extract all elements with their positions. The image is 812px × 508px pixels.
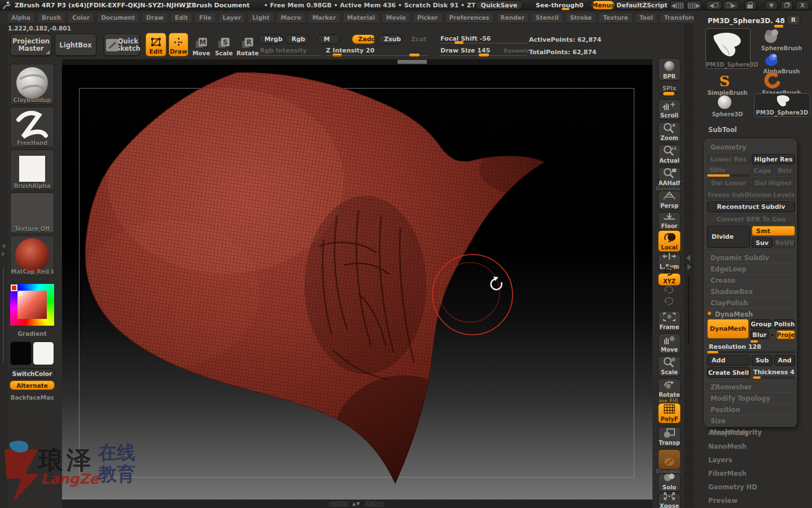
menu-movie[interactable]: Movie bbox=[382, 12, 411, 23]
scrollbar-thumb[interactable] bbox=[398, 60, 427, 64]
size-header[interactable]: Size bbox=[707, 415, 795, 425]
geometry-header[interactable]: Geometry bbox=[710, 143, 747, 151]
palette-arraymesh[interactable]: ArrayMesh bbox=[708, 429, 747, 437]
aahalf-button[interactable]: AAHalf bbox=[658, 167, 681, 187]
polyf-button[interactable]: PolyF bbox=[658, 403, 681, 423]
frame-button[interactable]: Frame bbox=[658, 311, 681, 331]
alternate-button[interactable]: Alternate bbox=[10, 380, 55, 390]
gradient-label[interactable]: Gradient bbox=[10, 329, 55, 338]
menu-stencil[interactable]: Stencil bbox=[531, 12, 563, 23]
quicksave-button[interactable]: QuickSave bbox=[475, 1, 523, 10]
mrgb-button[interactable]: Mrgb bbox=[258, 34, 283, 44]
lock-icon[interactable] bbox=[744, 1, 757, 10]
tray-slide-left-icon[interactable]: ◀|||| bbox=[670, 1, 685, 10]
scale-button[interactable]: Scale bbox=[658, 356, 681, 376]
menu-material[interactable]: Material bbox=[343, 12, 379, 23]
z-intensity-label[interactable]: Z Intensity 20 bbox=[326, 47, 374, 54]
local-button[interactable]: Local bbox=[658, 230, 681, 252]
see-through-slider[interactable] bbox=[562, 8, 570, 10]
sculpt-mesh[interactable] bbox=[62, 65, 652, 500]
sphere-brush-label[interactable]: SphereBrush bbox=[753, 45, 810, 51]
sub-button[interactable]: Sub bbox=[752, 355, 773, 366]
m-button[interactable]: M bbox=[317, 34, 340, 44]
minimize-icon[interactable]: ▼ bbox=[765, 1, 778, 10]
thickness-slider[interactable] bbox=[753, 376, 761, 379]
tray-slide-right-icon[interactable]: ||||▶ bbox=[686, 1, 701, 10]
menu-edit[interactable]: Edit bbox=[170, 12, 192, 23]
zremesher-header[interactable]: ZRemesher bbox=[707, 381, 795, 391]
group-button[interactable]: Group bbox=[751, 319, 772, 329]
viewport-canvas[interactable] bbox=[62, 65, 652, 500]
current-stroke-slot[interactable]: FreeHand bbox=[10, 107, 54, 147]
left-edge-slider[interactable] bbox=[3, 267, 4, 363]
palette-layers[interactable]: Layers bbox=[708, 456, 732, 464]
rstr-button[interactable]: Rstr bbox=[775, 165, 795, 176]
main-color-swatch[interactable] bbox=[10, 341, 32, 365]
menu-brush[interactable]: Brush bbox=[37, 12, 65, 23]
see-through-label[interactable]: See-through bbox=[536, 2, 579, 9]
menu-alpha[interactable]: Alpha bbox=[7, 12, 35, 23]
right-tray-divider[interactable] bbox=[684, 24, 694, 508]
move-button[interactable]: M Move bbox=[192, 34, 210, 56]
shadowbox-header[interactable]: ShadowBox bbox=[707, 286, 795, 296]
spix-slider[interactable] bbox=[663, 92, 674, 95]
menu-draw[interactable]: Draw bbox=[142, 12, 168, 23]
modify-topology-header[interactable]: Modify Topology bbox=[707, 392, 795, 402]
spix-button[interactable]: SPix bbox=[658, 85, 681, 96]
transp-button[interactable]: Transp bbox=[658, 427, 681, 447]
blur-slider[interactable] bbox=[751, 340, 758, 343]
canvas-top-scrollbar[interactable] bbox=[62, 59, 652, 65]
menu-file[interactable]: File bbox=[195, 12, 216, 23]
dynamic-label[interactable]: Dynamic bbox=[504, 47, 529, 54]
zsub-button[interactable]: Zsub bbox=[378, 34, 401, 44]
palette-preview[interactable]: Preview bbox=[708, 497, 738, 505]
sphere3d-icon[interactable] bbox=[716, 94, 733, 110]
smt-button[interactable]: Smt bbox=[752, 226, 795, 236]
z-intensity-slider[interactable] bbox=[409, 54, 420, 56]
claypolish-header[interactable]: ClayPolish bbox=[707, 297, 795, 307]
palette-nanomesh[interactable]: NanoMesh bbox=[708, 443, 747, 450]
lower-res-button[interactable]: Lower Res bbox=[707, 154, 750, 164]
tool-r-button[interactable]: R bbox=[787, 15, 800, 25]
and-button[interactable]: And bbox=[774, 355, 795, 366]
del-higher-button[interactable]: Del Higher bbox=[752, 178, 795, 188]
alpha-brush-label[interactable]: AlphaBrush bbox=[753, 68, 810, 75]
add-button[interactable]: Add bbox=[707, 355, 750, 366]
edgeloop-header[interactable]: EdgeLoop bbox=[707, 263, 795, 273]
menu-tool[interactable]: Tool bbox=[635, 12, 657, 23]
collapse-left-icon[interactable] bbox=[2, 243, 5, 249]
menu-document[interactable]: Document bbox=[96, 12, 139, 23]
menu-preferences[interactable]: Preferences bbox=[445, 12, 494, 23]
menu-macro[interactable]: Macro bbox=[276, 12, 306, 23]
edit-button[interactable]: Edit bbox=[145, 33, 166, 56]
menu-marker[interactable]: Marker bbox=[308, 12, 341, 23]
thickness-label[interactable]: Thickness 4 bbox=[753, 369, 795, 376]
solo-button[interactable]: Solo bbox=[658, 474, 681, 492]
actual-button[interactable]: x1Actual bbox=[658, 144, 681, 165]
expand-left-icon[interactable] bbox=[2, 251, 5, 257]
resolution-label[interactable]: Resolution 128 bbox=[709, 343, 761, 351]
alpha-brush-icon[interactable] bbox=[762, 51, 782, 68]
position-header[interactable]: Position bbox=[707, 404, 795, 414]
sphere3d-label[interactable]: Sphere3D bbox=[699, 111, 756, 117]
close-icon[interactable]: X bbox=[796, 1, 809, 10]
scroll-button[interactable]: Scroll bbox=[658, 99, 681, 120]
current-brush-slot[interactable]: ClayBuildup bbox=[10, 64, 54, 104]
rgb-intensity-label[interactable]: Rgb Intensity bbox=[260, 47, 307, 54]
current-texture-slot[interactable]: Texture Off bbox=[10, 192, 54, 233]
active-tool-header[interactable]: PM3D_Sphere3D. 48 bbox=[708, 17, 785, 25]
window-stack-left-icon[interactable]: ◀❐ bbox=[706, 1, 722, 10]
palette-geometry-hd[interactable]: Geometry HD bbox=[708, 483, 757, 491]
ghost-brush-button[interactable] bbox=[658, 449, 681, 470]
suv-button[interactable]: Suv bbox=[752, 238, 773, 248]
menu-texture[interactable]: Texture bbox=[598, 12, 632, 23]
reuv-button[interactable]: ReUV bbox=[774, 238, 795, 248]
secondary-color-swatch[interactable] bbox=[33, 341, 54, 365]
menu-layer[interactable]: Layer bbox=[218, 12, 246, 23]
subtool-palette-header[interactable]: SubTool bbox=[708, 126, 737, 134]
menus-button[interactable]: Menus bbox=[592, 1, 615, 10]
reconstruct-subdiv-button[interactable]: Reconstruct Subdiv bbox=[707, 202, 795, 212]
zadd-button[interactable]: Zadd bbox=[352, 34, 376, 44]
bpr-button[interactable]: BPR bbox=[658, 58, 681, 81]
rotate-z-button[interactable] bbox=[658, 299, 681, 309]
